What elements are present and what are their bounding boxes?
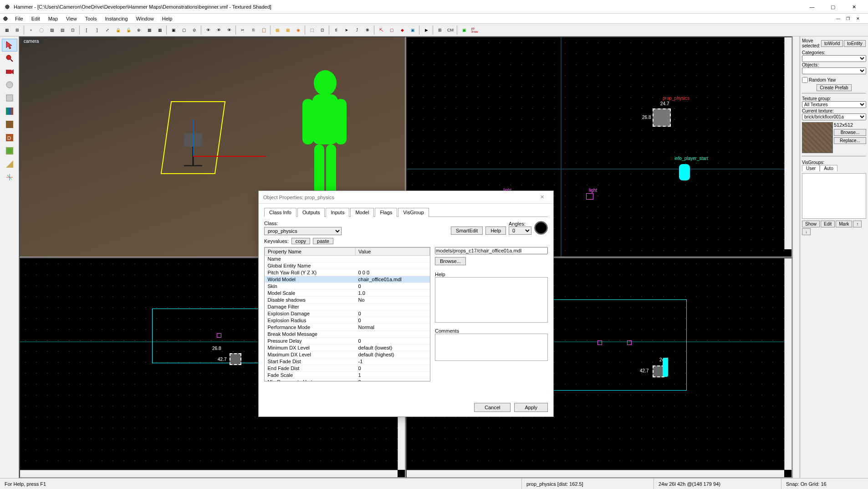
pointfile-icon[interactable]: ptrdraw bbox=[470, 25, 480, 35]
tab-visgroup[interactable]: VisGroup bbox=[398, 208, 429, 217]
overlay-tool[interactable] bbox=[2, 144, 17, 157]
outer-scrollbar-v[interactable] bbox=[792, 36, 800, 478]
carve-icon[interactable]: ⛏ bbox=[376, 25, 386, 35]
close-button[interactable]: ✕ bbox=[843, 0, 864, 14]
group-icon[interactable]: ▣ bbox=[168, 25, 179, 35]
maximize-button[interactable]: ▢ bbox=[822, 0, 843, 14]
tab-flags[interactable]: Flags bbox=[375, 208, 397, 217]
vg-down-button[interactable]: ↓ bbox=[802, 228, 811, 235]
random-yaw-checkbox[interactable] bbox=[802, 77, 808, 83]
model-browser-icon[interactable]: ▣ bbox=[459, 25, 469, 35]
sprinkle-icon[interactable]: ❋ bbox=[363, 25, 373, 35]
kv-row[interactable]: Damage Filter bbox=[265, 304, 430, 310]
comments-textarea[interactable] bbox=[435, 334, 548, 361]
vg-mark-button[interactable]: Mark bbox=[836, 221, 852, 227]
current-texture-dropdown[interactable]: brick/brickfloor001a bbox=[802, 113, 866, 120]
to-entity-button[interactable]: toEntity bbox=[844, 40, 865, 47]
copy-icon[interactable]: ⎘ bbox=[248, 25, 258, 35]
model-path-input[interactable] bbox=[435, 247, 548, 254]
scrollbar-h[interactable] bbox=[407, 470, 784, 477]
kv-row[interactable]: Model Scale1.0 bbox=[265, 290, 430, 297]
tab-outputs[interactable]: Outputs bbox=[297, 208, 325, 217]
clipping-tool[interactable] bbox=[2, 158, 17, 170]
apply-button[interactable]: Apply bbox=[514, 403, 548, 412]
texture-browse-button[interactable]: Browse... bbox=[834, 129, 866, 136]
apply-current-texture-tool[interactable] bbox=[2, 118, 17, 131]
kv-row[interactable]: World Modelchair_office01a.mdl bbox=[265, 276, 430, 283]
mdi-close-button[interactable]: ✕ bbox=[856, 15, 866, 23]
col-property-name[interactable]: Property Name bbox=[265, 248, 356, 256]
grid-handles-icon[interactable]: ⊞ bbox=[12, 25, 22, 35]
scrollbar-v[interactable] bbox=[784, 258, 791, 470]
kv-row[interactable]: End Fade Dist0 bbox=[265, 365, 430, 372]
grid-select-icon[interactable]: ▦ bbox=[2, 25, 12, 35]
kv-row[interactable]: Global Entity Name bbox=[265, 263, 430, 269]
vertex-tool-icon[interactable]: ◆ bbox=[397, 25, 407, 35]
to-world-button[interactable]: toWorld bbox=[821, 40, 843, 47]
larger-grid-icon[interactable]: ] bbox=[92, 25, 102, 35]
selection-tool[interactable] bbox=[2, 39, 17, 51]
menu-tools[interactable]: Tools bbox=[81, 15, 101, 22]
vg-up-button[interactable]: ↑ bbox=[853, 221, 862, 227]
load-window-state-icon[interactable]: ⤢ bbox=[102, 25, 112, 35]
kv-row[interactable]: Fade Scale1 bbox=[265, 372, 430, 379]
run-map-icon[interactable]: ▶ bbox=[421, 25, 431, 35]
edit-cordon-icon[interactable]: ▩ bbox=[283, 25, 293, 35]
wire-grid-icon[interactable]: ▧ bbox=[47, 25, 57, 35]
kv-row[interactable]: Name bbox=[265, 256, 430, 263]
texture-justify-tl-icon[interactable]: tl bbox=[331, 25, 341, 35]
merge-icon[interactable]: ▣ bbox=[408, 25, 418, 35]
dialog-help-button[interactable]: Help bbox=[485, 226, 506, 235]
vg-edit-button[interactable]: Edit bbox=[821, 221, 835, 227]
radius-culling-icon[interactable]: ◉ bbox=[293, 25, 303, 35]
ungroup-icon[interactable]: ▢ bbox=[179, 25, 189, 35]
cancel-button[interactable]: Cancel bbox=[474, 403, 511, 412]
texture-replace-button[interactable]: Replace... bbox=[834, 137, 866, 144]
visgroup-tab-auto[interactable]: Auto bbox=[820, 165, 837, 171]
show-3d-grid-icon[interactable]: ▦ bbox=[155, 25, 165, 35]
show-collision-icon[interactable]: ⊞ bbox=[435, 25, 445, 35]
snap-xy-icon[interactable]: ⊡ bbox=[68, 25, 78, 35]
kv-row[interactable]: Maximum DX Leveldefault (highest) bbox=[265, 351, 430, 358]
menu-map[interactable]: Map bbox=[44, 15, 62, 22]
ignore-groups-icon[interactable]: ⊘ bbox=[189, 25, 199, 35]
mdi-restore-button[interactable]: ❐ bbox=[846, 15, 856, 23]
menu-window[interactable]: Window bbox=[132, 15, 158, 22]
help-icon[interactable]: ➤ bbox=[342, 25, 352, 35]
smaller-grid-icon[interactable]: [ bbox=[82, 25, 92, 35]
minimize-button[interactable]: — bbox=[802, 0, 822, 14]
hide-unselected-icon[interactable]: 👁 bbox=[214, 25, 224, 35]
kv-row[interactable]: Disable shadowsNo bbox=[265, 297, 430, 304]
vertex-manipulation-tool[interactable] bbox=[2, 171, 17, 184]
create-prefab-button[interactable]: Create Prefab bbox=[817, 84, 851, 91]
menu-edit[interactable]: Edit bbox=[27, 15, 44, 22]
hollow-icon[interactable]: ▢ bbox=[387, 25, 397, 35]
wire-sphere-icon[interactable]: ◯ bbox=[36, 25, 46, 35]
help-textarea[interactable] bbox=[435, 277, 548, 323]
cut-icon[interactable]: ✂ bbox=[238, 25, 248, 35]
show-grid-2d-icon[interactable]: ▦ bbox=[144, 25, 154, 35]
sphere-icon[interactable]: ● bbox=[26, 25, 36, 35]
cordon-bounds-icon[interactable]: ▩ bbox=[272, 25, 282, 35]
entity-tool[interactable] bbox=[2, 78, 17, 91]
tab-class-info[interactable]: Class Info bbox=[264, 208, 296, 217]
select-by-handles-icon[interactable]: ⬚ bbox=[307, 25, 317, 35]
angle-compass[interactable] bbox=[534, 221, 548, 235]
show-grid-cm-icon[interactable]: CM bbox=[445, 25, 455, 35]
model-browse-button[interactable]: Browse... bbox=[435, 257, 466, 265]
dialog-titlebar[interactable]: Object Properties: prop_physics ✕ bbox=[259, 191, 553, 204]
vg-show-button[interactable]: Show bbox=[802, 221, 820, 227]
helper-icon[interactable]: ⤴ bbox=[352, 25, 362, 35]
decal-tool[interactable]: D bbox=[2, 131, 17, 144]
visgroup-list[interactable] bbox=[802, 173, 866, 219]
keyvalue-table[interactable]: Property Name Value NameGlobal Entity Na… bbox=[264, 247, 430, 381]
autoselect-whole-icon[interactable]: ⊡ bbox=[317, 25, 327, 35]
texture-preview[interactable] bbox=[802, 122, 833, 153]
angles-dropdown[interactable]: 0 bbox=[509, 226, 531, 235]
kv-row[interactable]: Performance ModeNormal bbox=[265, 324, 430, 331]
dialog-close-button[interactable]: ✕ bbox=[535, 194, 549, 200]
visgroup-tab-user[interactable]: User bbox=[802, 165, 820, 171]
menu-instancing[interactable]: Instancing bbox=[101, 15, 132, 22]
kv-row[interactable]: Minimum DX Leveldefault (lowest) bbox=[265, 345, 430, 351]
texture-lock-icon[interactable]: 🔒 bbox=[113, 25, 123, 35]
